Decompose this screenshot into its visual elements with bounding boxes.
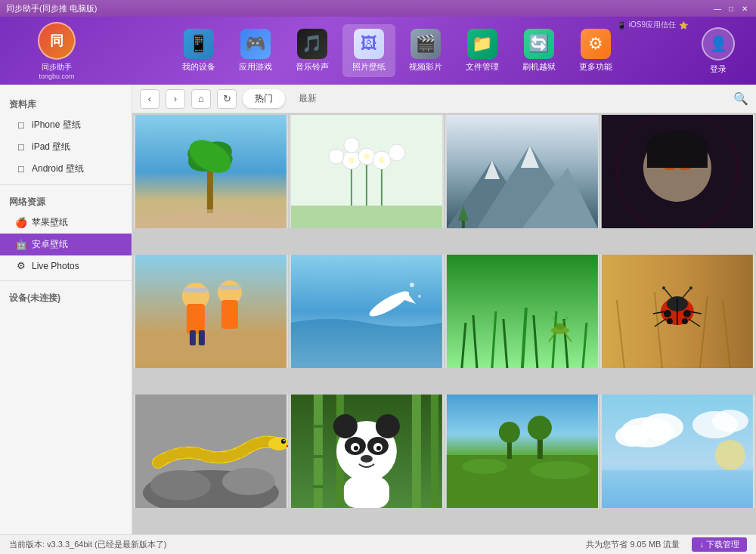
svg-point-137: [715, 440, 745, 470]
svg-point-81: [664, 310, 671, 317]
wallpaper-grid: [132, 113, 756, 534]
nav-apps-label: 应用游戏: [239, 61, 272, 73]
svg-point-18: [364, 153, 370, 159]
title-bar-left: 同步助手(同步推 电脑版): [6, 3, 97, 14]
minimize-button[interactable]: —: [712, 3, 723, 14]
photo-icon: 🖼: [354, 29, 384, 59]
download-button[interactable]: ↓ 下载管理: [692, 537, 747, 552]
svg-rect-47: [190, 330, 196, 345]
search-icon[interactable]: 🔍: [733, 91, 748, 106]
nav-photo[interactable]: 🖼 照片壁纸: [342, 24, 395, 77]
svg-rect-48: [199, 330, 205, 345]
svg-point-82: [683, 310, 691, 317]
wallpaper-item-11[interactable]: [445, 395, 600, 508]
sidebar-item-ipad-wallpaper[interactable]: □ iPad 壁纸: [0, 136, 132, 158]
nav-apps[interactable]: 🎮 应用游戏: [229, 24, 282, 77]
sidebar-item-android-wallpaper2[interactable]: 🤖 安卓壁纸: [0, 234, 132, 255]
logo-area: 同 同步助手 tongbu.com: [8, 22, 106, 80]
wallpaper-item-5[interactable]: [134, 255, 288, 368]
svg-point-126: [529, 461, 590, 479]
svg-point-88: [689, 286, 692, 289]
tab-new[interactable]: 最新: [287, 89, 329, 108]
sidebar-item-android-wallpaper[interactable]: □ Android 壁纸: [0, 158, 132, 180]
sidebar-divider-1: [0, 184, 132, 185]
sidebar-section-network: 网络资源: [0, 190, 132, 212]
refresh-icon: 🔄: [524, 29, 554, 59]
svg-point-130: [527, 416, 551, 440]
tab-hot[interactable]: 热门: [243, 89, 285, 108]
apple-icon: 🍎: [15, 217, 27, 228]
back-button[interactable]: ‹: [140, 89, 160, 109]
nav-files[interactable]: 📁 文件管理: [456, 24, 509, 77]
nav-music[interactable]: 🎵 音乐铃声: [286, 24, 339, 77]
iphone-icon: □: [15, 119, 27, 131]
nav-more-label: 更多功能: [579, 61, 612, 73]
wallpaper-item-8[interactable]: [600, 255, 754, 368]
nav-video[interactable]: 🎬 视频影片: [399, 24, 452, 77]
title-bar: 同步助手(同步推 电脑版) — □ ✕: [0, 0, 756, 17]
nav-refresh[interactable]: 🔄 刷机越狱: [513, 24, 565, 77]
wallpaper-item-10[interactable]: [290, 395, 444, 508]
app-title: 同步助手(同步推 电脑版): [6, 3, 97, 14]
logo-url: tongbu.com: [39, 73, 74, 80]
svg-rect-138: [602, 470, 753, 508]
main-container: 资料库 □ iPhone 壁纸 □ iPad 壁纸 □ Android 壁纸 网…: [0, 85, 756, 534]
nav-more[interactable]: ⚙ 更多功能: [569, 24, 622, 77]
ipad-wallpaper-label: iPad 壁纸: [32, 141, 70, 153]
svg-point-55: [403, 291, 406, 294]
iphone-wallpaper-label: iPhone 壁纸: [32, 119, 81, 132]
wallpaper-item-6[interactable]: [290, 255, 444, 368]
maximize-button[interactable]: □: [726, 3, 736, 14]
svg-point-95: [150, 470, 211, 500]
nav-music-label: 音乐铃声: [296, 61, 329, 73]
svg-point-84: [682, 318, 688, 324]
refresh-button[interactable]: ↻: [217, 89, 237, 109]
nav-refresh-label: 刷机越狱: [522, 61, 556, 73]
search-area: 🔍: [733, 91, 748, 106]
ipad-icon: □: [15, 141, 27, 153]
close-button[interactable]: ✕: [739, 3, 750, 14]
status-bar: 当前版本: v3.3.3_64bit (已经是最新版本了) 共为您节省 9.05…: [0, 534, 756, 554]
sidebar-item-iphone-wallpaper[interactable]: □ iPhone 壁纸: [0, 114, 132, 136]
svg-point-112: [333, 414, 358, 438]
sidebar-item-live-photos[interactable]: ⚙ Live Photos: [0, 255, 132, 276]
ios-badge-icon: 📱: [617, 21, 626, 29]
video-icon: 🎬: [411, 29, 441, 59]
logo-icon: 同: [38, 22, 76, 60]
svg-rect-49: [184, 288, 207, 292]
header-right: 👤 登录: [688, 27, 748, 75]
status-right: 共为您节省 9.05 MB 流量 ↓ 下载管理: [586, 537, 747, 552]
nav-device[interactable]: 📱 我的设备: [172, 24, 225, 77]
home-button[interactable]: ⌂: [191, 89, 211, 109]
wallpaper-item-9[interactable]: [134, 395, 288, 508]
live-icon: ⚙: [15, 260, 27, 271]
svg-point-125: [461, 459, 507, 474]
wallpaper-item-7[interactable]: [445, 255, 600, 368]
android-icon2: 🤖: [15, 239, 27, 250]
wallpaper-item-4[interactable]: [600, 115, 754, 228]
svg-point-119: [376, 446, 381, 450]
svg-rect-107: [431, 395, 438, 508]
svg-point-136: [712, 410, 748, 432]
device-icon: 📱: [184, 29, 214, 59]
wallpaper-item-3[interactable]: [445, 115, 600, 228]
avatar[interactable]: 👤: [702, 27, 735, 60]
wallpaper-item-2[interactable]: [290, 115, 444, 228]
nav-files-label: 文件管理: [466, 61, 499, 73]
wallpaper-item-1[interactable]: [134, 115, 288, 228]
sidebar-section-device: 设备(未连接): [0, 286, 132, 308]
svg-point-96: [222, 468, 275, 495]
sidebar-item-apple-wallpaper[interactable]: 🍎 苹果壁纸: [0, 212, 132, 234]
sidebar-section-library: 资料库: [0, 92, 132, 114]
login-text[interactable]: 登录: [710, 63, 727, 75]
title-bar-controls: — □ ✕: [712, 3, 750, 14]
nav-icons: 📱 我的设备 🎮 应用游戏 🎵 音乐铃声 🖼 照片壁纸 🎬 视频影片 📁 文件管…: [106, 24, 688, 77]
apps-icon: 🎮: [240, 29, 271, 59]
forward-button[interactable]: ›: [166, 89, 185, 109]
toolbar: ‹ › ⌂ ↻ 热门 最新 🔍: [132, 85, 756, 113]
sidebar: 资料库 □ iPhone 壁纸 □ iPad 壁纸 □ Android 壁纸 网…: [0, 85, 132, 534]
music-icon: 🎵: [297, 29, 327, 59]
svg-rect-109: [313, 455, 324, 458]
wallpaper-item-12[interactable]: [600, 395, 754, 508]
tab-area: 热门 最新: [243, 89, 727, 108]
